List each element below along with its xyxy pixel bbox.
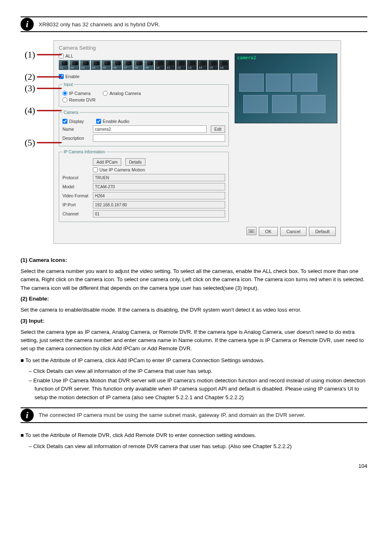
add-ipcam-button[interactable]: Add IPCam [93, 158, 121, 166]
name-label: Name [62, 127, 89, 132]
page-footer: 104 [21, 463, 367, 469]
camera-icon-number: 08 [134, 66, 138, 69]
model-label: Model [62, 184, 89, 189]
sec-1-body: Select the camera number you want to adj… [21, 267, 367, 292]
camera-icon-02[interactable]: 02 [69, 60, 79, 70]
camera-legend: Camera [62, 110, 80, 115]
camera-icon-number: 05 [102, 66, 106, 69]
camera-icon-14[interactable]: 14 [198, 60, 208, 70]
sec-3-ipcam-lead: To set the Attribute of IP camera, click… [25, 357, 264, 363]
camera-icon-12[interactable]: 12 [176, 60, 186, 70]
ip-camera-radio[interactable] [62, 91, 67, 96]
enable-audio-checkbox[interactable] [96, 119, 101, 124]
svg-rect-6 [249, 230, 250, 231]
channel-label: Channel [62, 211, 89, 216]
camera-icon-09[interactable]: 09 [144, 60, 154, 70]
format-label: Video Format [62, 193, 89, 198]
camera-icon-number: 07 [124, 66, 127, 69]
cancel-button[interactable]: Cancel [280, 227, 307, 236]
camera-icon-number: 01 [60, 66, 63, 69]
camera-icon-13[interactable]: 13 [187, 60, 197, 70]
camera-icon-number: 12 [177, 66, 181, 69]
camera-icon-10[interactable]: 10 [155, 60, 165, 70]
camera-icon-16[interactable]: 16 [219, 60, 229, 70]
ipcam-label: IP Camera [69, 91, 90, 96]
camera-icon-number: 10 [156, 66, 159, 69]
camera-icon-04[interactable]: 04 [91, 60, 101, 70]
edit-button[interactable]: Edit [211, 125, 225, 133]
svg-rect-7 [250, 230, 251, 231]
camera-icon-bar: 01020304050607080910111213141516 [59, 60, 229, 70]
svg-rect-10 [249, 231, 254, 232]
display-label: Display [69, 119, 84, 124]
enable-label: Enable [65, 74, 79, 79]
name-field[interactable]: camera2 [93, 125, 207, 133]
keyboard-icon[interactable] [247, 227, 256, 235]
ipcam-bullet-1: Click Details can view all information o… [29, 367, 367, 375]
camera-icon-number: 11 [166, 66, 170, 69]
camera-icon-05[interactable]: 05 [101, 60, 111, 70]
camera-icon-11[interactable]: 11 [166, 60, 175, 70]
sec-3-body-a: Select the camera type as IP camera, Ana… [21, 328, 367, 353]
analog-label: Analog Camera [109, 91, 141, 96]
preview-osd: camera2 [237, 55, 256, 60]
ipinfo-legend: IP Camera Information [62, 150, 106, 154]
camera-icon-08[interactable]: 08 [134, 60, 143, 70]
camera-preview: camera2 [235, 53, 337, 123]
use-ipcam-motion-label: Use IP Camera Motion [99, 167, 145, 172]
description-field[interactable] [93, 134, 225, 142]
remote-label: Remote DVR [69, 97, 96, 102]
sec-3-head: (3) Input: [21, 318, 44, 324]
camera-icon-06[interactable]: 06 [112, 60, 122, 70]
protocol-value: TRUEN [93, 174, 225, 181]
analog-camera-radio[interactable] [103, 91, 108, 96]
callout-1: (1) [25, 49, 35, 60]
camera-icon-number: 16 [220, 66, 224, 69]
camera-icon-15[interactable]: 15 [208, 60, 218, 70]
description-label: Description [62, 136, 89, 141]
input-legend: Input [62, 82, 74, 87]
protocol-label: Protocol [62, 175, 89, 180]
ipcam-info-fieldset: IP Camera Information Add IPCam Details … [59, 150, 229, 222]
callout-3: (3) [25, 83, 35, 94]
camera-icon-01[interactable]: 01 [59, 60, 69, 70]
remote-bullet-1: Click Details can view all information o… [29, 442, 367, 451]
camera-icon-number: 03 [81, 66, 85, 69]
camera-icon-number: 09 [145, 66, 149, 69]
remote-dvr-radio[interactable] [62, 97, 67, 102]
camera-icon-number: 13 [188, 66, 191, 69]
ok-button[interactable]: OK [259, 227, 278, 236]
sec-2-body: Set the camera to enable/disable mode. I… [21, 306, 367, 314]
channel-value: 01 [93, 210, 225, 217]
camera-icon-number: 02 [70, 66, 74, 69]
all-label: ALL [65, 53, 74, 58]
camera-setting-figure: (1) (2) (3) (4) (5) Camera Setting ALL 0… [53, 40, 349, 244]
sec-2-head: (2) Enable: [21, 296, 49, 302]
camera-icon-07[interactable]: 07 [123, 60, 133, 70]
info-icon: i [21, 18, 34, 31]
ipport-value: 192.168.0.187:80 [93, 201, 225, 208]
callout-5: (5) [25, 137, 35, 148]
camera-icon-03[interactable]: 03 [80, 60, 90, 70]
format-value: H264 [93, 192, 225, 199]
svg-rect-8 [251, 230, 252, 231]
doc-body: (1) Camera Icons: Select the camera numb… [21, 256, 367, 451]
callout-4: (4) [25, 105, 35, 116]
camera-setting-panel: Camera Setting ALL 010203040506070809101… [53, 40, 341, 244]
callout-2: (2) [25, 72, 35, 82]
camera-icon-number: 14 [198, 66, 202, 69]
enable-audio-label: Enable Audio [103, 119, 129, 124]
ipport-label: IP:Port [62, 202, 89, 207]
camera-icon-number: 15 [209, 66, 213, 69]
default-button[interactable]: Default [309, 227, 336, 236]
use-ipcam-motion-checkbox[interactable] [93, 167, 98, 172]
camera-fieldset: Camera Display Enable Audio Name camera2… [59, 110, 229, 146]
display-checkbox[interactable] [62, 119, 67, 124]
info-text-ipcam: The connected IP camera must be using th… [39, 411, 305, 420]
sec-1-head: (1) Camera Icons: [21, 257, 67, 263]
info-note-ipcam: i The connected IP camera must be using … [21, 407, 367, 423]
dialog-button-bar: OK Cancel Default [59, 227, 336, 236]
camera-icon-number: 04 [92, 66, 95, 69]
info-note-hybrid: i XR8032 only has 32 channels and is hyb… [21, 16, 367, 32]
details-button[interactable]: Details [125, 158, 145, 166]
